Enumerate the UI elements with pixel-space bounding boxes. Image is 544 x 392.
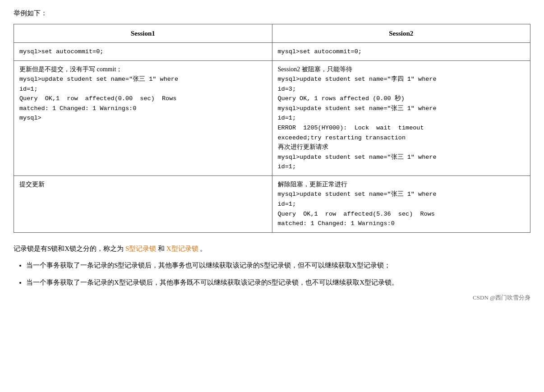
session2-blocked-cell: Session2 被阻塞，只能等待 mysql>update student s…	[272, 60, 530, 175]
session1-update-cell: 更新但是不提交，没有手写 commit； mysql>update studen…	[14, 60, 272, 175]
footer-credit: CSDN @西门吹雪分身	[14, 294, 530, 302]
s-lock-label: S型记录锁	[125, 245, 156, 252]
session-comparison-table: Session1 Session2 mysql>set autocommit=0…	[14, 24, 530, 233]
lock-types-description: 记录锁是有S锁和X锁之分的，称之为 S型记录锁 和 X型记录锁 。	[14, 243, 530, 255]
session1-header: Session1	[14, 24, 272, 43]
session1-commit-cell: 提交更新	[14, 175, 272, 232]
summary-section: 记录锁是有S锁和X锁之分的，称之为 S型记录锁 和 X型记录锁 。 当一个事务获…	[14, 243, 530, 289]
table-row: 提交更新 解除阻塞，更新正常进行 mysql>update student se…	[14, 175, 530, 232]
session2-autocommit: mysql>set autocommit=0;	[272, 43, 530, 61]
list-item: 当一个事务获取了一条记录的X型记录锁后，其他事务既不可以继续获取该记录的S型记录…	[26, 277, 530, 288]
list-item: 当一个事务获取了一条记录的S型记录锁后，其他事务也可以继续获取该记录的S型记录锁…	[26, 259, 530, 271]
lock-rules-list: 当一个事务获取了一条记录的S型记录锁后，其他事务也可以继续获取该记录的S型记录锁…	[26, 259, 530, 289]
session2-unblocked-cell: 解除阻塞，更新正常进行 mysql>update student set nam…	[272, 175, 530, 232]
x-lock-label: X型记录锁	[166, 245, 198, 252]
intro-text: 举例如下：	[14, 9, 530, 18]
session1-autocommit: mysql>set autocommit=0;	[14, 43, 272, 61]
table-row: 更新但是不提交，没有手写 commit； mysql>update studen…	[14, 60, 530, 175]
table-row: mysql>set autocommit=0; mysql>set autoco…	[14, 43, 530, 61]
session2-header: Session2	[272, 24, 530, 43]
